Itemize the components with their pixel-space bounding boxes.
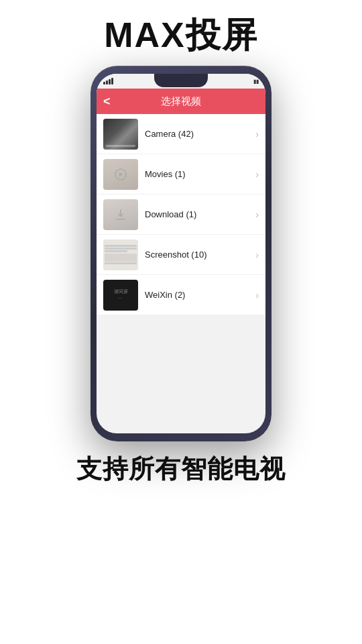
movies-label: Movies (1) xyxy=(145,169,255,179)
app-title: MAX投屏 xyxy=(104,12,258,59)
chevron-icon: › xyxy=(255,250,259,260)
list-item[interactable]: Camera (42) › xyxy=(97,114,265,154)
camera-thumb xyxy=(103,119,138,150)
download-thumb xyxy=(103,199,138,230)
list-item[interactable]: Download (1) › xyxy=(97,195,265,235)
screenshot-label: Screenshot (10) xyxy=(145,250,255,260)
phone-notch xyxy=(154,74,208,87)
camera-label: Camera (42) xyxy=(145,129,255,139)
list-item[interactable]: 请同屏··· WeiXin (2) › xyxy=(97,275,265,315)
header-title: 选择视频 xyxy=(161,95,201,108)
phone-mockup: ▮▮ < 选择视频 Camera (42) › xyxy=(90,66,272,441)
battery-indicator: ▮▮ xyxy=(253,78,259,85)
screenshot-thumb xyxy=(103,239,138,270)
weixin-thumb: 请同屏··· xyxy=(103,280,138,311)
list-item[interactable]: Screenshot (10) › xyxy=(97,235,265,275)
bottom-title: 支持所有智能电视 xyxy=(76,452,286,486)
signal-indicator xyxy=(103,78,113,85)
weixin-label: WeiXin (2) xyxy=(145,290,255,300)
app-header: < 选择视频 xyxy=(97,89,265,114)
list-item[interactable]: Movies (1) › xyxy=(97,154,265,195)
back-button[interactable]: < xyxy=(103,95,111,109)
chevron-icon: › xyxy=(255,169,259,180)
movies-thumb xyxy=(103,159,138,190)
chevron-icon: › xyxy=(255,209,259,220)
download-label: Download (1) xyxy=(145,209,255,219)
chevron-icon: › xyxy=(255,290,259,301)
chevron-icon: › xyxy=(255,129,259,140)
video-list: Camera (42) › Movies (1) › xyxy=(97,114,265,315)
